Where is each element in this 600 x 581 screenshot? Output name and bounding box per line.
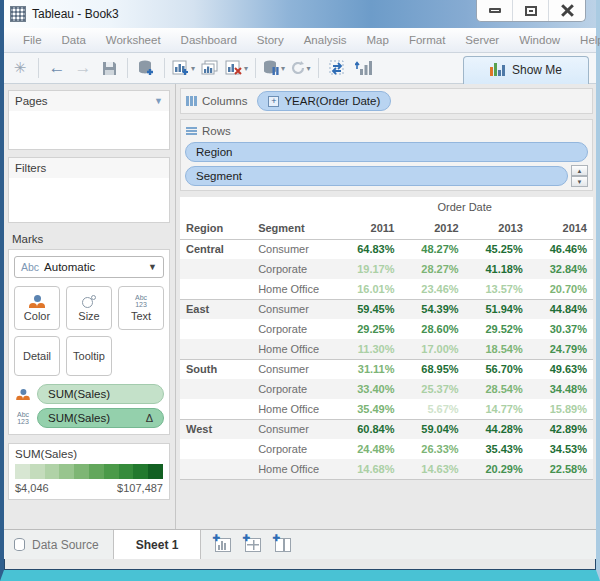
menu-item-window[interactable]: Window bbox=[510, 31, 569, 49]
segment-row-label[interactable]: Home Office bbox=[252, 279, 336, 299]
region-row-label[interactable]: Central bbox=[180, 239, 252, 259]
tableau-logo-icon[interactable]: ✳ bbox=[9, 56, 31, 80]
value-cell[interactable]: 45.25% bbox=[465, 239, 529, 259]
text-pill-sum-sales[interactable]: SUM(Sales) Δ bbox=[37, 408, 164, 428]
year-header[interactable]: 2013 bbox=[465, 217, 529, 239]
save-button[interactable] bbox=[98, 56, 120, 80]
columns-shelf[interactable]: Columns + YEAR(Order Date) bbox=[180, 88, 593, 114]
value-cell[interactable]: 35.49% bbox=[336, 399, 400, 419]
pill-segment[interactable]: Segment bbox=[185, 166, 568, 186]
segment-row-label[interactable]: Home Office bbox=[252, 399, 336, 419]
add-data-source-button[interactable] bbox=[135, 56, 157, 80]
clear-sheet-button[interactable]: ▾ bbox=[225, 56, 248, 80]
value-cell[interactable]: 56.70% bbox=[465, 359, 529, 379]
pages-shelf[interactable]: Pages ▼ bbox=[8, 90, 170, 150]
expand-icon[interactable]: + bbox=[268, 96, 279, 107]
value-cell[interactable]: 11.30% bbox=[336, 339, 400, 359]
value-cell[interactable]: 31.11% bbox=[336, 359, 400, 379]
color-button[interactable]: Color bbox=[14, 286, 60, 330]
value-cell[interactable]: 15.89% bbox=[529, 399, 593, 419]
undo-button[interactable]: ← bbox=[46, 56, 68, 80]
tab-data-source[interactable]: Data Source bbox=[4, 530, 113, 559]
menu-item-worksheet[interactable]: Worksheet bbox=[97, 31, 170, 49]
value-cell[interactable]: 34.53% bbox=[529, 439, 593, 459]
close-button[interactable] bbox=[549, 0, 585, 21]
year-header[interactable]: 2014 bbox=[529, 217, 593, 239]
value-cell[interactable]: 29.52% bbox=[465, 319, 529, 339]
value-cell[interactable]: 24.79% bbox=[529, 339, 593, 359]
scroll-up-button[interactable]: ▲ bbox=[571, 165, 588, 176]
pill-year-order-date[interactable]: + YEAR(Order Date) bbox=[257, 91, 391, 111]
value-cell[interactable]: 33.40% bbox=[336, 379, 400, 399]
text-button[interactable]: Abc123 Text bbox=[118, 286, 164, 330]
value-cell[interactable]: 19.17% bbox=[336, 259, 400, 279]
menu-item-help[interactable]: Help bbox=[571, 31, 600, 49]
segment-row-label[interactable]: Consumer bbox=[252, 299, 336, 319]
value-cell[interactable]: 35.43% bbox=[465, 439, 529, 459]
pill-region[interactable]: Region bbox=[185, 142, 588, 162]
menu-item-data[interactable]: Data bbox=[53, 31, 95, 49]
value-cell[interactable]: 28.60% bbox=[400, 319, 464, 339]
menu-item-analysis[interactable]: Analysis bbox=[295, 31, 356, 49]
swap-axes-button[interactable] bbox=[326, 56, 348, 80]
pause-updates-button[interactable]: ▾ bbox=[263, 56, 285, 80]
order-date-header[interactable]: Order Date bbox=[336, 197, 593, 217]
value-cell[interactable]: 34.48% bbox=[529, 379, 593, 399]
value-cell[interactable]: 44.84% bbox=[529, 299, 593, 319]
region-row-label[interactable]: West bbox=[180, 419, 252, 439]
value-cell[interactable]: 26.33% bbox=[400, 439, 464, 459]
value-cell[interactable]: 51.94% bbox=[465, 299, 529, 319]
value-cell[interactable]: 14.63% bbox=[400, 459, 464, 479]
value-cell[interactable]: 32.84% bbox=[529, 259, 593, 279]
segment-column-header[interactable]: Segment bbox=[252, 217, 336, 239]
chevron-down-icon[interactable]: ▼ bbox=[154, 96, 163, 106]
value-cell[interactable]: 13.57% bbox=[465, 279, 529, 299]
duplicate-sheet-button[interactable] bbox=[199, 56, 221, 80]
show-me-button[interactable]: Show Me bbox=[463, 56, 589, 85]
segment-row-label[interactable]: Corporate bbox=[252, 259, 336, 279]
sort-ascending-button[interactable] bbox=[352, 56, 374, 80]
value-cell[interactable]: 41.18% bbox=[465, 259, 529, 279]
value-cell[interactable]: 42.89% bbox=[529, 419, 593, 439]
region-row-label[interactable]: East bbox=[180, 299, 252, 319]
segment-row-label[interactable]: Home Office bbox=[252, 459, 336, 479]
year-header[interactable]: 2012 bbox=[400, 217, 464, 239]
segment-row-label[interactable]: Corporate bbox=[252, 319, 336, 339]
value-cell[interactable]: 48.27% bbox=[400, 239, 464, 259]
new-story-icon[interactable]: ✚ bbox=[275, 538, 291, 552]
value-cell[interactable]: 59.45% bbox=[336, 299, 400, 319]
segment-row-label[interactable]: Corporate bbox=[252, 439, 336, 459]
value-cell[interactable]: 49.63% bbox=[529, 359, 593, 379]
value-cell[interactable]: 18.54% bbox=[465, 339, 529, 359]
new-worksheet-tab-icon[interactable]: ✚ bbox=[215, 538, 231, 552]
value-cell[interactable]: 59.04% bbox=[400, 419, 464, 439]
value-cell[interactable]: 68.95% bbox=[400, 359, 464, 379]
segment-row-label[interactable]: Corporate bbox=[252, 379, 336, 399]
value-cell[interactable]: 14.77% bbox=[465, 399, 529, 419]
detail-button[interactable]: Detail bbox=[14, 336, 60, 376]
value-cell[interactable]: 24.48% bbox=[336, 439, 400, 459]
pages-drop-area[interactable] bbox=[9, 111, 169, 149]
year-header[interactable]: 2011 bbox=[336, 217, 400, 239]
value-cell[interactable]: 46.46% bbox=[529, 239, 593, 259]
value-cell[interactable]: 25.37% bbox=[400, 379, 464, 399]
value-cell[interactable]: 28.27% bbox=[400, 259, 464, 279]
value-cell[interactable]: 28.54% bbox=[465, 379, 529, 399]
menu-item-file[interactable]: File bbox=[14, 31, 51, 49]
color-pill-sum-sales[interactable]: SUM(Sales) bbox=[37, 384, 164, 404]
value-cell[interactable]: 14.68% bbox=[336, 459, 400, 479]
new-dashboard-icon[interactable]: ✚ bbox=[245, 538, 261, 552]
value-cell[interactable]: 17.00% bbox=[400, 339, 464, 359]
value-cell[interactable]: 54.39% bbox=[400, 299, 464, 319]
value-cell[interactable]: 29.25% bbox=[336, 319, 400, 339]
value-cell[interactable]: 60.84% bbox=[336, 419, 400, 439]
filters-drop-area[interactable] bbox=[9, 178, 169, 222]
scroll-down-button[interactable]: ▼ bbox=[571, 176, 588, 187]
region-row-label[interactable]: South bbox=[180, 359, 252, 379]
menu-item-story[interactable]: Story bbox=[248, 31, 293, 49]
new-worksheet-button[interactable]: ▾ bbox=[172, 56, 195, 80]
value-cell[interactable]: 5.67% bbox=[400, 399, 464, 419]
value-cell[interactable]: 22.58% bbox=[529, 459, 593, 479]
value-cell[interactable]: 20.70% bbox=[529, 279, 593, 299]
value-cell[interactable]: 23.46% bbox=[400, 279, 464, 299]
